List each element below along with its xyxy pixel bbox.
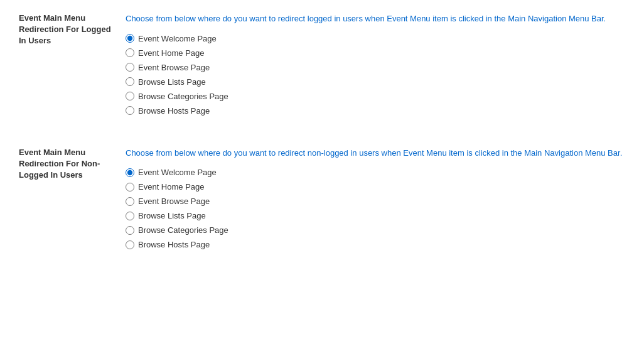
section-content-logged-in: Choose from below where do you want to r… xyxy=(126,13,625,116)
radio-label-opt-home-nonlogged[interactable]: Event Home Page xyxy=(138,182,205,191)
radio-item-opt-hosts-nonlogged[interactable]: Browse Hosts Page xyxy=(126,240,625,249)
radio-item-opt-browse-logged[interactable]: Event Browse Page xyxy=(126,63,625,72)
radio-item-opt-hosts-logged[interactable]: Browse Hosts Page xyxy=(126,106,625,116)
radio-input-opt-lists-nonlogged[interactable] xyxy=(126,212,134,220)
radio-group-logged-in: Event Welcome PageEvent Home PageEvent B… xyxy=(126,34,625,116)
radio-item-opt-categories-logged[interactable]: Browse Categories Page xyxy=(126,92,625,101)
radio-input-opt-hosts-logged[interactable] xyxy=(126,106,134,115)
section-label-non-logged-in: Event Main Menu Redirection For Non-Logg… xyxy=(19,147,126,250)
radio-input-opt-hosts-nonlogged[interactable] xyxy=(126,240,134,249)
radio-item-opt-home-nonlogged[interactable]: Event Home Page xyxy=(126,182,625,191)
radio-label-opt-lists-nonlogged[interactable]: Browse Lists Page xyxy=(138,211,206,220)
radio-label-opt-categories-logged[interactable]: Browse Categories Page xyxy=(138,92,228,101)
radio-label-opt-lists-logged[interactable]: Browse Lists Page xyxy=(138,77,206,87)
radio-label-opt-welcome-nonlogged[interactable]: Event Welcome Page xyxy=(138,168,217,177)
radio-input-opt-home-logged[interactable] xyxy=(126,48,134,57)
radio-item-opt-lists-nonlogged[interactable]: Browse Lists Page xyxy=(126,211,625,220)
radio-item-opt-browse-nonlogged[interactable]: Event Browse Page xyxy=(126,197,625,206)
radio-label-opt-welcome-logged[interactable]: Event Welcome Page xyxy=(138,34,217,43)
radio-label-opt-hosts-nonlogged[interactable]: Browse Hosts Page xyxy=(138,240,210,249)
radio-item-opt-welcome-nonlogged[interactable]: Event Welcome Page xyxy=(126,168,625,177)
radio-item-opt-home-logged[interactable]: Event Home Page xyxy=(126,48,625,58)
section-content-non-logged-in: Choose from below where do you want to r… xyxy=(126,147,625,250)
radio-input-opt-browse-logged[interactable] xyxy=(126,63,134,72)
description-text-non-logged-in: Choose from below where do you want to r… xyxy=(126,147,625,159)
description-text-logged-in: Choose from below where do you want to r… xyxy=(126,13,625,25)
page-wrapper: Event Main Menu Redirection For Logged I… xyxy=(0,0,644,293)
radio-input-opt-categories-logged[interactable] xyxy=(126,92,134,100)
settings-section-logged-in: Event Main Menu Redirection For Logged I… xyxy=(19,13,625,128)
radio-label-opt-hosts-logged[interactable]: Browse Hosts Page xyxy=(138,106,210,116)
radio-input-opt-welcome-logged[interactable] xyxy=(126,34,134,43)
radio-input-opt-home-nonlogged[interactable] xyxy=(126,183,134,191)
settings-section-non-logged-in: Event Main Menu Redirection For Non-Logg… xyxy=(19,147,625,262)
radio-item-opt-lists-logged[interactable]: Browse Lists Page xyxy=(126,77,625,87)
radio-input-opt-browse-nonlogged[interactable] xyxy=(126,197,134,206)
radio-label-opt-browse-logged[interactable]: Event Browse Page xyxy=(138,63,210,72)
radio-item-opt-welcome-logged[interactable]: Event Welcome Page xyxy=(126,34,625,43)
radio-item-opt-categories-nonlogged[interactable]: Browse Categories Page xyxy=(126,225,625,235)
radio-label-opt-browse-nonlogged[interactable]: Event Browse Page xyxy=(138,197,210,206)
section-label-logged-in: Event Main Menu Redirection For Logged I… xyxy=(19,13,126,116)
radio-input-opt-welcome-nonlogged[interactable] xyxy=(126,168,134,177)
radio-input-opt-categories-nonlogged[interactable] xyxy=(126,226,134,235)
radio-label-opt-categories-nonlogged[interactable]: Browse Categories Page xyxy=(138,225,228,235)
radio-input-opt-lists-logged[interactable] xyxy=(126,77,134,86)
radio-label-opt-home-logged[interactable]: Event Home Page xyxy=(138,48,205,58)
radio-group-non-logged-in: Event Welcome PageEvent Home PageEvent B… xyxy=(126,168,625,249)
